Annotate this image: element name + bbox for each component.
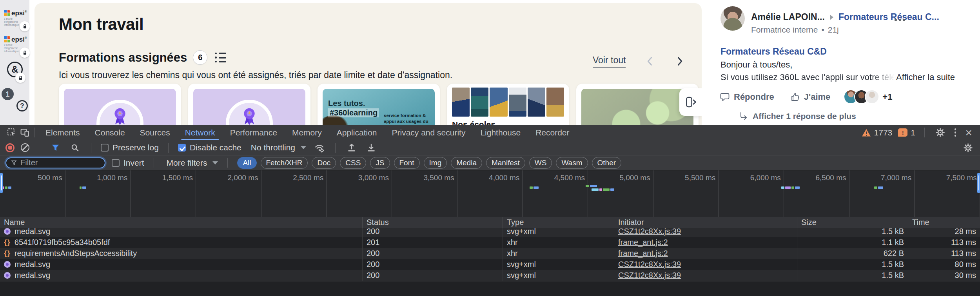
issues-counter[interactable]: ! 1: [898, 128, 915, 137]
filter-pill-all[interactable]: All: [237, 157, 256, 169]
column-header-type[interactable]: Type: [503, 217, 614, 228]
devtools-tab-elements[interactable]: Elements: [38, 125, 87, 140]
show-replies-link[interactable]: Afficher 1 réponse de plus: [739, 111, 856, 121]
filter-pill-wasm[interactable]: Wasm: [556, 157, 588, 169]
network-request-row[interactable]: medal.svg200svg+xmlCSZ1t2c8Xx.js:391.5 k…: [0, 259, 980, 270]
network-toolbar: Preserve log Disable cache No throttling: [0, 140, 980, 155]
devtools-tab-performance[interactable]: Performance: [223, 125, 285, 140]
help-button[interactable]: ?: [16, 100, 28, 111]
list-view-icon[interactable]: [215, 53, 226, 63]
like-button[interactable]: J'aime: [790, 92, 831, 102]
course-card[interactable]: Les tutos. #360learning service formatio…: [318, 84, 440, 125]
filter-pill-other[interactable]: Other: [592, 157, 622, 169]
carousel-next-icon[interactable]: [674, 56, 685, 67]
filter-pill-js[interactable]: JS: [370, 157, 390, 169]
see-all-link[interactable]: Voir tout: [593, 55, 626, 68]
search-icon[interactable]: [68, 141, 82, 154]
request-initiator-link[interactable]: CSZ1t2c8Xx.js:39: [618, 271, 681, 280]
request-initiator-link[interactable]: CSZ1t2c8Xx.js:39: [618, 260, 681, 269]
column-header-name[interactable]: Name: [0, 217, 363, 228]
network-request-row[interactable]: medal.svg200svg+xmlCSZ1t2c8Xx.js:391.5 k…: [0, 270, 980, 281]
course-card[interactable]: [59, 84, 181, 125]
warnings-count: 1773: [874, 128, 893, 137]
filter-input-box[interactable]: [5, 157, 105, 168]
post-group-link[interactable]: Formateurs Réseau C...: [838, 12, 939, 22]
left-rail: epsi® L'école d'ingénierie informatique …: [0, 0, 29, 125]
epsi-logo-2[interactable]: epsi® L'école d'ingénierie informatique: [4, 36, 27, 53]
likers-avatars[interactable]: [844, 90, 879, 104]
show-more-link[interactable]: Afficher la suite: [896, 72, 955, 82]
course-card[interactable]: Nos écoles s'engagent COMPÉTENCES & DÉVE…: [447, 84, 569, 125]
waterfall-segment-green: [80, 186, 82, 189]
request-initiator-link[interactable]: frame_ant.js:2: [618, 238, 668, 247]
notification-badge[interactable]: 1: [2, 88, 14, 100]
column-header-status[interactable]: Status: [363, 217, 503, 228]
device-toolbar-icon[interactable]: [18, 126, 31, 139]
course-card[interactable]: [188, 84, 310, 125]
post-title[interactable]: Formateurs Réseau C&D: [720, 46, 827, 57]
reply-button[interactable]: Répondre: [720, 92, 774, 102]
sidebar-expand-button[interactable]: [679, 88, 702, 116]
export-har-icon[interactable]: [365, 141, 378, 154]
devtools-tab-privacy-and-security[interactable]: Privacy and security: [384, 125, 473, 140]
import-har-icon[interactable]: [345, 141, 358, 154]
filter-pill-media[interactable]: Media: [451, 157, 482, 169]
disable-cache-label: Disable cache: [190, 143, 241, 152]
column-header-size[interactable]: Size: [797, 217, 908, 228]
filter-pill-ws[interactable]: WS: [529, 157, 552, 169]
devtools-tab-sources[interactable]: Sources: [132, 125, 178, 140]
network-request-row[interactable]: {}6541f0719fb5c95a34b05fdf201xhrframe_an…: [0, 237, 980, 248]
clear-network-log-button[interactable]: [21, 143, 29, 152]
devtools-tab-console[interactable]: Console: [87, 125, 132, 140]
filter-pill-doc[interactable]: Doc: [312, 157, 336, 169]
epsi-logo-text: epsi®: [11, 10, 27, 16]
network-conditions-icon[interactable]: [312, 141, 326, 154]
post-author[interactable]: Amélie LAPOIN...: [751, 12, 825, 22]
invert-checkbox[interactable]: Invert: [112, 158, 144, 168]
filter-toggle-icon[interactable]: [49, 141, 62, 154]
filter-pill-font[interactable]: Font: [394, 157, 420, 169]
waterfall-segment-blue: [82, 186, 86, 189]
network-request-row[interactable]: {}requirementsAndStepsAccessibility200xh…: [0, 248, 980, 259]
epsi-logo-1[interactable]: epsi® L'école d'ingénierie informatique: [4, 10, 27, 27]
avatar[interactable]: [720, 6, 745, 31]
devtools-settings-gear-icon[interactable]: [934, 126, 947, 139]
filter-pill-fetch-xhr[interactable]: Fetch/XHR: [261, 157, 308, 169]
devtools-tab-lighthouse[interactable]: Lighthouse: [473, 125, 528, 140]
request-type: xhr: [503, 248, 614, 259]
warning-icon: [862, 128, 871, 137]
waterfall-segment-blue: [795, 186, 800, 189]
devtools-tab-network[interactable]: Network: [178, 125, 223, 140]
throttling-dropdown[interactable]: No throttling: [251, 143, 306, 152]
request-name: medal.svg: [15, 271, 50, 280]
record-network-log-button[interactable]: [5, 143, 15, 152]
filter-pill-manifest[interactable]: Manifest: [486, 157, 525, 169]
likers-more-count[interactable]: +1: [882, 92, 892, 102]
network-overview-timeline[interactable]: 500 ms1,000 ms1,500 ms2,000 ms2,500 ms3,…: [0, 170, 980, 217]
epsi-logo-tagline: L'école d'ingénierie informatique: [4, 17, 21, 27]
post-menu-button[interactable]: [895, 19, 905, 21]
request-name: requirementsAndStepsAccessibility: [15, 249, 137, 258]
disable-cache-checkbox[interactable]: Disable cache: [178, 143, 241, 152]
devtools-menu-icon[interactable]: [953, 127, 958, 138]
more-filters-dropdown[interactable]: More filters: [167, 158, 218, 168]
lock-icon: [20, 48, 30, 58]
devtools-tab-application[interactable]: Application: [329, 125, 385, 140]
timeline-left-handle[interactable]: [0, 173, 3, 193]
carousel-prev-icon[interactable]: [644, 56, 655, 67]
network-settings-gear-icon[interactable]: [961, 141, 975, 154]
filter-pill-img[interactable]: Img: [424, 157, 447, 169]
column-header-time[interactable]: Time: [908, 217, 980, 228]
devtools-tab-recorder[interactable]: Recorder: [528, 125, 577, 140]
filter-pill-css[interactable]: CSS: [340, 157, 366, 169]
warnings-counter[interactable]: 1773: [862, 128, 893, 137]
request-initiator-link[interactable]: frame_ant.js:2: [618, 249, 668, 258]
preserve-log-checkbox[interactable]: Preserve log: [101, 143, 159, 152]
devtools-tab-memory[interactable]: Memory: [285, 125, 329, 140]
filter-input[interactable]: [20, 158, 91, 167]
inspect-element-icon[interactable]: [5, 126, 18, 139]
timeline-right-handle[interactable]: [977, 173, 980, 193]
devtools-close-icon[interactable]: ×: [964, 127, 974, 139]
card-title-line1: Les tutos.: [328, 99, 365, 108]
column-header-initiator[interactable]: Initiator: [614, 217, 797, 228]
